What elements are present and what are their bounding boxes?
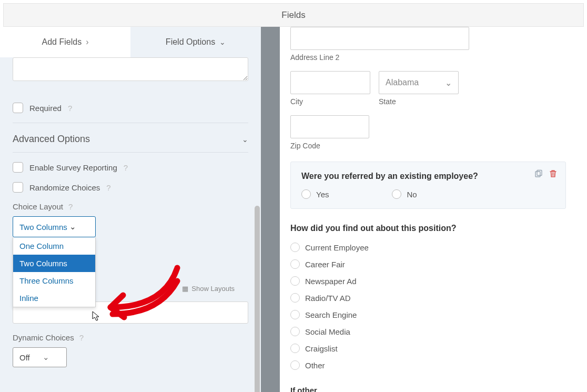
field-options-panel: Required ? Advanced Options ⌄ Enable Sur… [0, 57, 261, 392]
checkbox-icon [290, 310, 300, 319]
tab-field-options[interactable]: Field Options ⌄ [130, 27, 261, 57]
required-row: Required ? [13, 103, 248, 113]
opt-radio-tv[interactable]: Radio/TV AD [290, 293, 566, 303]
checkbox-icon [290, 293, 300, 303]
opt-label: Social Media [305, 327, 350, 336]
opt-search-engine[interactable]: Search Engine [290, 310, 566, 319]
opt-label: Craigslist [305, 344, 338, 353]
radio-icon [301, 189, 311, 199]
choice-layout-label: Choice Layout [13, 202, 63, 211]
help-icon[interactable]: ? [68, 104, 72, 113]
radio-label: Yes [316, 190, 329, 199]
enable-survey-checkbox[interactable] [13, 162, 23, 173]
tab-add-fields[interactable]: Add Fields › [0, 27, 130, 57]
opt-label: Radio/TV AD [305, 294, 351, 303]
radio-yes[interactable]: Yes [301, 189, 329, 199]
show-layouts-link[interactable]: ▦ Show Layouts [182, 285, 235, 293]
option-one-column[interactable]: One Column [13, 237, 95, 255]
tab-label: Add Fields [42, 37, 82, 47]
sidebar-scrollbar[interactable] [254, 57, 261, 392]
grid-icon: ▦ [182, 285, 188, 293]
checkbox-icon [290, 344, 300, 353]
dynamic-choices-value: Off [19, 353, 30, 362]
description-textarea[interactable] [13, 57, 248, 81]
choice-layout-value: Two Columns [19, 223, 67, 232]
opt-label: Search Engine [305, 310, 357, 319]
radio-icon [392, 189, 401, 199]
city-input[interactable] [290, 71, 370, 94]
help-icon[interactable]: ? [68, 202, 73, 211]
option-inline[interactable]: Inline [13, 289, 95, 307]
help-icon[interactable]: ? [106, 183, 110, 192]
option-three-columns[interactable]: Three Columns [13, 272, 95, 289]
checkbox-icon [290, 327, 300, 336]
advanced-options-title: Advanced Options [13, 134, 90, 145]
randomize-checkbox[interactable] [13, 182, 23, 193]
scrollbar-thumb[interactable] [255, 206, 260, 392]
advanced-options-toggle[interactable]: Advanced Options ⌄ [13, 123, 248, 149]
state-value: Alabama [386, 78, 419, 87]
question-title: How did you find out about this position… [290, 224, 566, 233]
show-layouts-label: Show Layouts [191, 285, 235, 293]
required-checkbox[interactable] [13, 103, 23, 113]
checkbox-list: Current Employee Career Fair Newspaper A… [290, 243, 566, 370]
checkbox-icon [290, 243, 300, 252]
help-icon[interactable]: ? [79, 333, 84, 342]
choice-layout-dropdown: One Column Two Columns Three Columns Inl… [13, 237, 96, 307]
state-label: State [379, 97, 459, 106]
checkbox-icon [290, 259, 300, 269]
randomize-label: Randomize Choices [29, 183, 100, 192]
help-icon[interactable]: ? [124, 163, 128, 172]
delete-icon[interactable] [549, 169, 557, 179]
opt-craigslist[interactable]: Craigslist [290, 344, 566, 353]
choice-layout-select[interactable]: Two Columns ⌄ [13, 216, 96, 237]
choice-layout-label-row: Choice Layout ? [13, 202, 248, 211]
svg-rect-0 [535, 172, 540, 177]
form-preview: Address Line 2 City Alabama ⌄ State Zip … [280, 27, 587, 392]
separator [13, 152, 248, 153]
state-select[interactable]: Alabama ⌄ [379, 71, 459, 94]
randomize-row: Randomize Choices ? [13, 182, 248, 193]
checkbox-icon [290, 360, 300, 370]
question-referred[interactable]: Were you referred by an existing employe… [290, 162, 566, 209]
radio-label: No [407, 190, 417, 199]
radio-group: Yes No [301, 189, 555, 199]
opt-label: Career Fair [305, 260, 345, 269]
zip-label: Zip Code [290, 142, 369, 150]
opt-label: Current Employee [305, 243, 369, 252]
enable-survey-row: Enable Survey Reporting ? [13, 162, 248, 173]
address2-label: Address Line 2 [290, 53, 469, 62]
dynamic-choices-select[interactable]: Off ⌄ [13, 347, 67, 367]
sidebar: Add Fields › Field Options ⌄ Required ? … [0, 27, 261, 392]
chevron-down-icon: ⌄ [43, 353, 49, 362]
svg-rect-1 [537, 170, 542, 176]
chevron-right-icon: › [86, 37, 88, 47]
opt-social-media[interactable]: Social Media [290, 327, 566, 336]
choice-layout-select-wrap: Two Columns ⌄ One Column Two Columns Thr… [13, 216, 96, 237]
tab-label: Field Options [166, 37, 215, 47]
zip-input[interactable] [290, 115, 369, 138]
opt-newspaper-ad[interactable]: Newspaper Ad [290, 276, 566, 286]
opt-career-fair[interactable]: Career Fair [290, 259, 566, 269]
duplicate-icon[interactable] [534, 169, 543, 179]
panel-divider[interactable] [261, 27, 280, 392]
topbar-title: Fields [281, 10, 305, 21]
if-other-label: If other [290, 386, 566, 392]
address2-input[interactable] [290, 27, 469, 50]
dynamic-choices-label: Dynamic Choices [13, 333, 74, 342]
opt-label: Other [305, 361, 325, 370]
chevron-down-icon: ⌄ [242, 135, 248, 144]
radio-no[interactable]: No [392, 189, 417, 199]
question-source: How did you find out about this position… [290, 224, 566, 370]
main-layout: Add Fields › Field Options ⌄ Required ? … [0, 27, 587, 392]
field-actions [534, 169, 557, 179]
opt-other[interactable]: Other [290, 360, 566, 370]
city-label: City [290, 97, 370, 106]
chevron-down-icon: ⌄ [445, 78, 452, 88]
option-two-columns[interactable]: Two Columns [13, 255, 95, 272]
dynamic-choices-label-row: Dynamic Choices ? [13, 333, 248, 342]
checkbox-icon [290, 276, 300, 286]
opt-current-employee[interactable]: Current Employee [290, 243, 566, 252]
enable-survey-label: Enable Survey Reporting [29, 163, 117, 172]
topbar: Fields [3, 3, 584, 27]
